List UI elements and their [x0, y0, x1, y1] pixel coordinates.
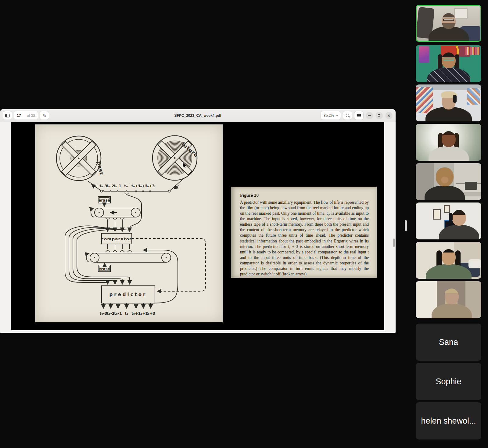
sidebar-toggle-button[interactable] [3, 111, 12, 120]
zoom-level-value: 85,2% [324, 113, 334, 118]
participant-video-8[interactable] [416, 281, 481, 318]
minimize-icon [368, 115, 371, 116]
caption-title: Figure 20 [240, 193, 369, 198]
page-number-widget[interactable]: of 33 [14, 111, 38, 120]
hamburger-menu-icon [357, 115, 361, 116]
participant-video-4[interactable] [416, 124, 481, 161]
erase-bottom-label: erase [99, 267, 110, 271]
search-button[interactable] [343, 111, 352, 120]
background-decor [454, 8, 468, 19]
participant-name-tile[interactable]: Sana [416, 324, 481, 361]
pdf-viewer-window: of 33 ✎ SFPC_2023_CA_week4.pdf 85,2% [0, 109, 396, 333]
glasses [443, 19, 454, 21]
toolbar-right-cluster: 85,2% × [321, 111, 393, 120]
tape-label: t₀+3 [145, 184, 155, 188]
reel-past-label: past [96, 161, 105, 176]
comparator-label: comparator [101, 237, 132, 241]
page-total-label: of 33 [24, 111, 38, 120]
participant-video-3[interactable] [416, 84, 481, 121]
participant-video-5[interactable] [416, 163, 481, 200]
main-menu-button[interactable] [354, 111, 363, 120]
zoom-level-dropdown[interactable]: 85,2% [321, 111, 341, 120]
person-head [445, 289, 459, 304]
pdf-page-slide: past future t₀-3 t₀-2 t₀-1 t₀ t₀+1 t₀+2 … [11, 122, 384, 330]
page-number-input[interactable] [14, 111, 24, 120]
caption-body: A predictor with some auxiliary equipmen… [240, 200, 369, 277]
tape-label: t₀-2 [106, 184, 114, 188]
document-title: SFPC_2023_CA_week4.pdf [174, 113, 221, 118]
background-decor [467, 88, 480, 105]
pdf-toolbar: of 33 ✎ SFPC_2023_CA_week4.pdf 85,2% [0, 109, 396, 122]
tape-label: t₀-1 [113, 184, 121, 188]
predictor-diagram: past future t₀-3 t₀-2 t₀-1 t₀ t₀+1 t₀+2 … [35, 124, 223, 322]
document-view[interactable]: past future t₀-3 t₀-2 t₀-1 t₀ t₀+1 t₀+2 … [0, 122, 396, 333]
participant-name: Sophie [436, 377, 461, 386]
close-button[interactable]: × [385, 112, 393, 119]
background-decor [465, 47, 480, 55]
output-label: t₀-3 [99, 311, 107, 316]
participant-video-1-active-speaker[interactable] [416, 5, 481, 42]
person-head [442, 249, 456, 265]
video-panel-handle[interactable] [405, 220, 407, 231]
participant-name-tile[interactable]: helen shewol... [416, 402, 481, 439]
tape-label: t₀-3 [99, 184, 107, 188]
background-decor [416, 87, 433, 113]
annotate-button[interactable]: ✎ [40, 111, 49, 120]
erase-top-label: erase [99, 198, 110, 202]
maximize-icon [378, 114, 380, 117]
participant-video-2[interactable] [416, 45, 481, 82]
chevron-down-icon [336, 113, 339, 116]
background-decor [419, 46, 429, 63]
background-decor [465, 182, 477, 190]
sidebar-icon [5, 114, 10, 117]
output-label: t₀+3 [146, 311, 156, 316]
screen: { "pdf_window": { "toolbar": { "page_cur… [0, 0, 488, 448]
headphones [453, 95, 457, 103]
output-label: t₀-2 [107, 311, 114, 316]
picture-frame [444, 205, 450, 213]
participant-video-6[interactable] [416, 202, 481, 239]
figure-caption-scan: Figure 20 A predictor with some auxiliar… [231, 187, 377, 278]
participant-name: Sana [439, 338, 458, 347]
person-face [441, 177, 448, 183]
search-icon [346, 114, 349, 117]
document-scrollbar[interactable] [393, 238, 395, 247]
tape-label: t₀ [124, 184, 127, 188]
person-head [442, 131, 456, 147]
pen-icon: ✎ [42, 113, 47, 118]
maximize-button[interactable] [375, 112, 383, 119]
picture-frame [433, 209, 441, 220]
mouse-cursor [182, 162, 187, 169]
headphones [449, 213, 453, 221]
participant-name: helen shewol... [421, 416, 476, 426]
figure-scan: past future t₀-3 t₀-2 t₀-1 t₀ t₀+1 t₀+2 … [35, 124, 223, 322]
person-head [442, 13, 456, 29]
predictor-label: predictor [109, 292, 147, 297]
minimize-button[interactable] [366, 112, 373, 119]
output-label: t₀-1 [114, 311, 122, 316]
participant-video-7[interactable] [416, 242, 481, 279]
close-icon: × [388, 113, 390, 118]
output-label: t₀ [125, 311, 128, 316]
participant-name-tile[interactable]: Sophie [416, 363, 481, 400]
couch-pillow [468, 259, 481, 268]
glasses [443, 59, 454, 61]
person-head [452, 210, 466, 226]
